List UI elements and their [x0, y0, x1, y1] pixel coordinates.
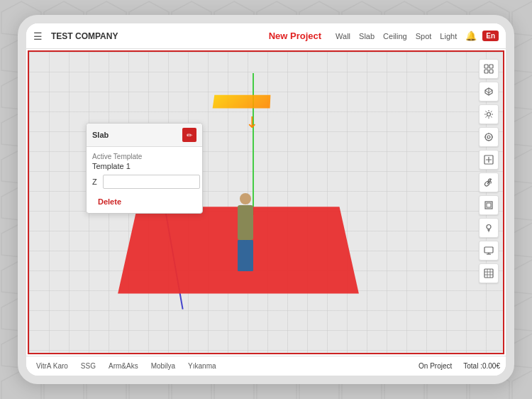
nav-slab[interactable]: Slab — [359, 32, 375, 40]
total-label: Total :0.00€ — [463, 362, 500, 370]
nav-ceiling[interactable]: Ceiling — [383, 32, 407, 40]
slab-panel: Slab ✏ Active Template Template 1 Z Dele… — [86, 123, 203, 214]
settings-button[interactable] — [479, 104, 499, 124]
active-template-group: Active Template Template 1 — [92, 153, 196, 170]
tab-arm-aks[interactable]: Arm&Aks — [104, 361, 143, 371]
tablet-frame: ☰ TEST COMPANY New Project Wall Slab Cei… — [18, 15, 514, 384]
monitor-icon — [484, 246, 494, 256]
template-value: Template 1 — [92, 162, 196, 170]
human-head — [240, 193, 251, 204]
z-label: Z — [92, 177, 97, 186]
svg-rect-3 — [489, 70, 493, 73]
svg-point-16 — [487, 225, 491, 229]
language-selector[interactable]: En — [482, 31, 499, 41]
grid-view-button[interactable] — [479, 59, 499, 79]
slab-panel-body: Active Template Template 1 Z Delete — [87, 147, 202, 213]
frame-icon — [484, 200, 494, 210]
tab-vitra-karo[interactable]: VitrA Karo — [32, 361, 72, 371]
tablet-side-button[interactable] — [18, 190, 19, 209]
target-icon — [484, 132, 494, 142]
tab-ssg[interactable]: SSG — [77, 361, 100, 371]
light-button[interactable] — [479, 218, 499, 238]
chain-icon — [484, 177, 494, 187]
company-name: TEST COMPANY — [51, 31, 118, 41]
slab-panel-title: Slab — [92, 131, 109, 139]
grid-icon — [484, 64, 494, 74]
svg-rect-20 — [484, 269, 493, 278]
active-template-label: Active Template — [92, 153, 196, 160]
svg-point-4 — [487, 113, 491, 116]
human-figure — [231, 193, 260, 271]
project-name[interactable]: New Project — [269, 31, 321, 41]
viewport-3d[interactable]: ↘ Slab ✏ — [28, 50, 504, 354]
bulb-icon — [484, 223, 494, 233]
header: ☰ TEST COMPANY New Project Wall Slab Cei… — [26, 23, 506, 49]
nav-light[interactable]: Light — [440, 32, 457, 40]
nav-spot[interactable]: Spot — [416, 32, 432, 40]
target-button[interactable] — [479, 127, 499, 147]
human-body — [238, 205, 253, 241]
ceiling-object[interactable] — [213, 95, 271, 109]
nav-wall[interactable]: Wall — [336, 32, 350, 40]
svg-rect-0 — [484, 65, 488, 68]
human-leg-right — [246, 240, 253, 271]
svg-point-5 — [485, 133, 492, 141]
slab-panel-header: Slab ✏ — [87, 124, 202, 147]
human-leg-left — [238, 240, 245, 271]
cube-icon — [484, 87, 494, 97]
tab-mobilya[interactable]: Mobilya — [147, 361, 179, 371]
screen: ☰ TEST COMPANY New Project Wall Slab Cei… — [26, 23, 506, 376]
bell-icon[interactable]: 🔔 — [465, 31, 477, 41]
header-nav: Wall Slab Ceiling Spot Light — [336, 32, 457, 40]
link-button[interactable] — [479, 173, 499, 192]
z-field-row: Z — [92, 175, 196, 189]
tab-yikanma[interactable]: Yıkanma — [184, 361, 220, 371]
slab-panel-edit-icon[interactable]: ✏ — [182, 128, 196, 142]
texture-icon — [484, 268, 494, 278]
svg-rect-15 — [487, 203, 491, 207]
frame-button[interactable] — [479, 195, 499, 215]
tablet-home-button[interactable] — [511, 184, 514, 215]
menu-icon[interactable]: ☰ — [33, 31, 43, 42]
bottom-bar: VitrA Karo SSG Arm&Aks Mobilya Yıkanma O… — [26, 356, 506, 376]
gear-icon — [484, 109, 494, 119]
svg-rect-17 — [484, 247, 493, 253]
display-button[interactable] — [479, 241, 499, 261]
bottom-tabs: VitrA Karo SSG Arm&Aks Mobilya Yıkanma — [32, 361, 419, 371]
on-project-label: On Project — [419, 362, 452, 370]
main-content: ↘ Slab ✏ — [26, 49, 506, 376]
right-toolbar — [479, 59, 499, 346]
human-legs — [238, 240, 253, 271]
delete-button[interactable]: Delete — [92, 196, 127, 207]
z-input[interactable] — [103, 175, 200, 189]
texture-button[interactable] — [479, 263, 499, 283]
svg-rect-1 — [489, 65, 493, 68]
svg-point-6 — [487, 136, 490, 138]
cube-view-button[interactable] — [479, 82, 499, 102]
svg-rect-2 — [484, 70, 488, 73]
add-grid-button[interactable] — [479, 150, 499, 170]
plus-grid-icon — [484, 155, 494, 165]
